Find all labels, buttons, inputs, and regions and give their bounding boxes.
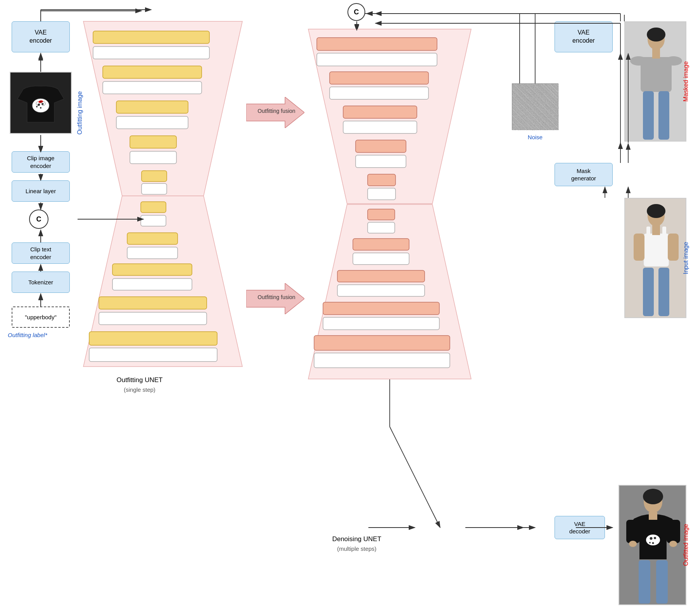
svg-rect-90 [644, 234, 669, 266]
svg-rect-57 [317, 53, 437, 66]
denoising-unet-sublabel: (multiple steps) [318, 545, 396, 552]
svg-point-27 [40, 107, 41, 109]
svg-rect-68 [368, 222, 395, 233]
outfitting-unet-top [83, 21, 242, 196]
svg-rect-70 [353, 253, 409, 265]
svg-rect-74 [323, 317, 439, 330]
svg-point-80 [647, 28, 665, 42]
svg-rect-37 [116, 116, 188, 129]
svg-rect-73 [323, 302, 439, 315]
masked-image-label: Masked image [682, 21, 689, 142]
svg-point-102 [650, 537, 653, 540]
svg-rect-65 [368, 188, 396, 200]
mask-generator: Mask generator [555, 163, 613, 186]
svg-rect-40 [142, 171, 167, 182]
svg-rect-110 [639, 560, 650, 604]
svg-rect-84 [643, 91, 654, 140]
svg-point-28 [36, 106, 38, 107]
svg-point-25 [38, 104, 40, 106]
svg-rect-86 [652, 48, 660, 59]
svg-rect-96 [658, 268, 669, 316]
input-image-label: Input image [682, 198, 689, 318]
denoising-unet-bottom [308, 204, 471, 379]
outfitting-unet-bottom [83, 196, 242, 367]
svg-rect-50 [99, 312, 207, 325]
outfitted-image [619, 485, 686, 605]
svg-rect-47 [112, 264, 192, 275]
svg-rect-106 [626, 520, 640, 543]
svg-rect-45 [127, 233, 178, 244]
outfitting-image-label: Outfitting image [76, 91, 83, 135]
svg-rect-75 [314, 336, 450, 350]
svg-rect-69 [353, 239, 409, 250]
svg-rect-97 [652, 225, 660, 235]
svg-point-103 [654, 537, 656, 539]
svg-point-89 [647, 204, 665, 218]
outfitting-image [10, 72, 72, 134]
outfitting-label-asterisk: Outfitting label* [8, 332, 47, 338]
clip-text-encoder: Clip text encoder [12, 242, 70, 264]
svg-rect-61 [343, 121, 417, 133]
svg-point-26 [42, 103, 44, 105]
svg-rect-59 [330, 87, 428, 99]
svg-rect-56 [317, 38, 437, 50]
svg-rect-62 [356, 140, 406, 152]
svg-rect-49 [99, 297, 207, 309]
outfitting-fusion-top-label: Outfitting fusion [251, 108, 302, 114]
svg-rect-94 [668, 234, 679, 261]
svg-rect-107 [667, 520, 680, 543]
svg-rect-76 [314, 353, 450, 368]
svg-rect-46 [127, 247, 178, 259]
svg-rect-77 [512, 84, 559, 130]
svg-rect-32 [93, 31, 209, 43]
outfitting-unet-sublabel: (single step) [101, 386, 178, 393]
svg-point-100 [643, 489, 663, 504]
svg-rect-58 [330, 72, 428, 84]
svg-rect-33 [93, 47, 209, 59]
svg-rect-91 [646, 227, 650, 235]
clip-image-encoder: Clip image encoder [12, 151, 70, 173]
vae-decoder: VAE decoder [555, 516, 605, 539]
concat-circle-top: C [347, 3, 365, 21]
svg-rect-52 [89, 348, 217, 362]
svg-rect-48 [112, 279, 192, 290]
concat-circle-left: C [29, 209, 48, 229]
svg-rect-39 [130, 151, 176, 164]
svg-rect-51 [89, 332, 217, 345]
svg-point-30 [40, 101, 41, 102]
svg-rect-112 [649, 512, 657, 520]
svg-rect-60 [343, 106, 417, 118]
denoising-unet-top [308, 29, 471, 204]
outfitting-unet-label: Outfitting UNET [101, 376, 178, 384]
svg-rect-67 [368, 209, 395, 220]
outfitting-label-box: "upperbody" [12, 306, 70, 328]
svg-point-82 [630, 56, 647, 66]
svg-rect-36 [116, 101, 188, 113]
svg-rect-71 [337, 270, 425, 282]
svg-rect-72 [337, 285, 425, 296]
svg-point-109 [669, 541, 677, 547]
svg-rect-41 [142, 183, 167, 194]
svg-point-105 [649, 542, 651, 543]
input-image [624, 198, 686, 318]
svg-rect-111 [656, 560, 668, 604]
linear-layer: Linear layer [12, 180, 70, 202]
svg-rect-85 [658, 91, 669, 140]
svg-rect-44 [141, 215, 166, 226]
svg-point-83 [665, 56, 682, 66]
svg-rect-93 [634, 234, 644, 261]
svg-point-108 [629, 541, 637, 547]
denoising-unet-label: Denoising UNET [318, 535, 396, 543]
masked-image [624, 21, 686, 142]
svg-rect-35 [103, 81, 202, 94]
svg-rect-34 [103, 66, 202, 78]
svg-rect-38 [130, 136, 176, 148]
vae-encoder-left: VAE encoder [12, 21, 70, 52]
svg-rect-92 [662, 227, 666, 235]
vae-encoder-right: VAE encoder [555, 21, 613, 52]
svg-rect-95 [643, 268, 654, 316]
svg-rect-63 [356, 155, 406, 168]
svg-rect-43 [141, 202, 166, 213]
tokenizer: Tokenizer [12, 272, 70, 293]
noise-image [512, 83, 558, 130]
